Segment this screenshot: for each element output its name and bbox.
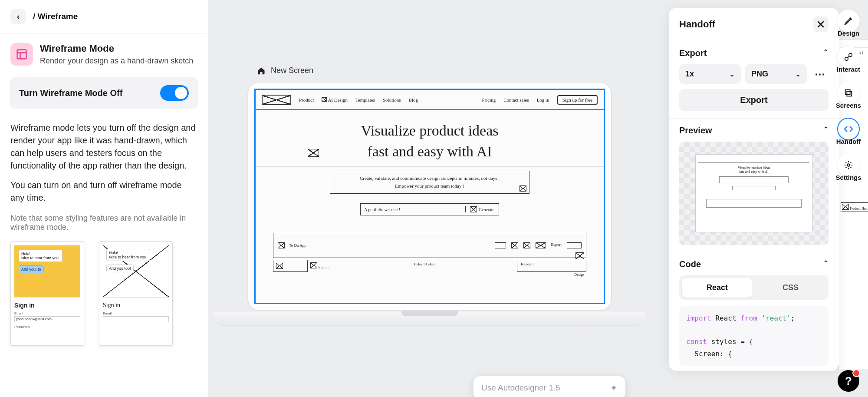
today-text: Today 10:24am xyxy=(409,260,440,272)
wireframe-icon xyxy=(10,43,33,66)
tool-label: Interact xyxy=(837,66,860,73)
lower-signin: Sign in xyxy=(318,265,329,269)
chevron-up-icon[interactable]: ⌃ xyxy=(823,259,829,269)
design-label: Design xyxy=(574,273,584,277)
bg-text: Product Hun xyxy=(850,207,868,211)
code-section: Code ⌃ React CSS import React from 'reac… xyxy=(669,252,839,371)
tool-label: Handoff xyxy=(836,138,861,145)
scale-select[interactable]: 1x ⌄ xyxy=(679,64,741,84)
laptop-body: Product AI Design Templates Solutions Bl… xyxy=(247,82,612,311)
nav-item[interactable]: Templates xyxy=(355,97,375,103)
svg-point-5 xyxy=(847,164,850,166)
tab-react[interactable]: React xyxy=(682,278,753,298)
settings-tool[interactable] xyxy=(837,154,860,176)
thumb-field xyxy=(103,316,169,322)
handoff-tool[interactable] xyxy=(837,118,860,140)
handoff-panel: Handoff Export ⌃ 1x ⌄ PNG ⌄ ⋯ Export Pre… xyxy=(669,8,839,371)
chevron-left-icon: ‹ xyxy=(17,12,20,21)
close-icon xyxy=(817,21,824,28)
thumbnail-colored: Hola!Nice to hear from you. And you, to … xyxy=(10,242,84,346)
export-title: Export xyxy=(679,48,707,58)
generate-label: Generate xyxy=(479,207,494,212)
back-button[interactable]: ‹ xyxy=(10,9,26,24)
code-title: Code xyxy=(679,259,701,269)
export-label: Export xyxy=(551,242,562,248)
wireframe-toggle-row: Turn Wireframe Mode Off xyxy=(10,77,198,109)
image-placeholder-icon xyxy=(536,242,546,248)
code-token: const xyxy=(686,337,707,346)
format-value: PNG xyxy=(751,69,768,79)
logo-placeholder-icon xyxy=(262,95,291,105)
handoff-header: Handoff xyxy=(669,8,839,41)
signup-button[interactable]: Sign up for free xyxy=(557,95,598,105)
code-token: React xyxy=(711,314,740,322)
wf-lower-mid: Sign in xyxy=(308,260,332,272)
thumb-label: Email xyxy=(14,311,80,315)
export-section: Export ⌃ 1x ⌄ PNG ⌄ ⋯ Export xyxy=(669,41,839,119)
bubble-text: And you too! xyxy=(106,265,134,272)
nav-item[interactable]: Log in xyxy=(537,97,549,103)
nav-item[interactable]: Blog xyxy=(409,97,418,103)
nav-item[interactable]: AI Design xyxy=(328,97,348,103)
thumb-signin: Sign in xyxy=(14,302,80,309)
code-icon xyxy=(844,124,853,134)
tab-css[interactable]: CSS xyxy=(755,278,826,298)
format-select[interactable]: PNG ⌄ xyxy=(745,64,807,84)
export-button[interactable]: Export xyxy=(679,89,829,111)
wf-input[interactable]: A portfolio website ! Generate xyxy=(360,203,499,215)
nav-item[interactable]: Solutions xyxy=(383,97,401,103)
chevron-up-icon[interactable]: ⌃ xyxy=(823,48,829,58)
wf-lower: Sign in Today 10:24am Handoff Design xyxy=(273,260,586,272)
tool-label: Settings xyxy=(835,174,861,181)
gear-icon xyxy=(844,160,853,170)
screen-name-row[interactable]: New Screen xyxy=(257,66,313,75)
bubble-text: Nice to hear from you. xyxy=(21,256,60,260)
prompt-field[interactable]: A portfolio website ! xyxy=(361,207,465,212)
image-placeholder-icon xyxy=(276,263,283,269)
bubble-text: Hola! xyxy=(21,251,30,256)
nav-item[interactable]: Pricing xyxy=(482,97,496,103)
breadcrumb: / Wireframe xyxy=(33,12,78,21)
image-placeholder-icon xyxy=(310,262,317,268)
code-preview: import React from 'react'; const styles … xyxy=(679,306,829,366)
note-text: Note that some styling features are not … xyxy=(0,208,208,238)
image-placeholder-icon xyxy=(278,242,285,248)
screens-icon xyxy=(844,88,853,98)
pencil-icon xyxy=(844,16,853,26)
app-title: To Do App xyxy=(289,243,306,248)
nav-item[interactable]: Contact sales xyxy=(503,97,529,103)
image-placeholder-icon xyxy=(308,149,319,157)
design-tool[interactable] xyxy=(837,10,860,32)
hero-line-2: fast and easy with AI xyxy=(367,143,492,159)
nav-item[interactable]: Product xyxy=(299,97,314,103)
link-icon xyxy=(844,52,853,62)
mode-section: Wireframe Mode Render your design as a h… xyxy=(0,33,208,72)
sidebar: ‹ / Wireframe Wireframe Mode Render your… xyxy=(0,0,208,397)
preview-section: Preview ⌃ Visualize product ideas fast a… xyxy=(669,119,839,252)
wf-subtitle: Create, validate, and communicate design… xyxy=(330,171,529,194)
wireframe-toggle[interactable] xyxy=(160,85,189,101)
more-button[interactable]: ⋯ xyxy=(811,64,829,84)
wf-nav: Product AI Design Templates Solutions Bl… xyxy=(256,90,604,110)
interact-tool[interactable] xyxy=(837,46,860,68)
screen-name: New Screen xyxy=(271,66,313,75)
scale-value: 1x xyxy=(685,69,694,79)
screens-tool[interactable] xyxy=(837,82,860,104)
image-placeholder-icon xyxy=(519,185,526,192)
laptop-base xyxy=(214,311,645,326)
generate-button[interactable]: Generate xyxy=(465,206,499,212)
chevron-up-icon[interactable]: ⌃ xyxy=(823,126,829,136)
close-button[interactable] xyxy=(813,17,829,32)
svg-point-1 xyxy=(845,57,848,60)
sidebar-header: ‹ / Wireframe xyxy=(0,0,208,33)
autodesigner-input[interactable]: Use Autodesigner 1.5 ✦ xyxy=(473,376,625,397)
bubble-text: Hola! xyxy=(109,251,118,255)
wireframe-screen[interactable]: Product AI Design Templates Solutions Bl… xyxy=(254,89,605,304)
thumb-label: Password xyxy=(14,325,80,329)
explain-paragraph-1: Wireframe mode lets you turn off the des… xyxy=(0,118,208,175)
svg-point-2 xyxy=(849,53,852,56)
help-button[interactable]: ? xyxy=(838,370,859,392)
pv-line: fast and easy with AI xyxy=(698,170,809,174)
thumb-label: Email xyxy=(103,311,169,315)
preview-thumbnail: Visualize product ideas fast and easy wi… xyxy=(695,154,812,232)
